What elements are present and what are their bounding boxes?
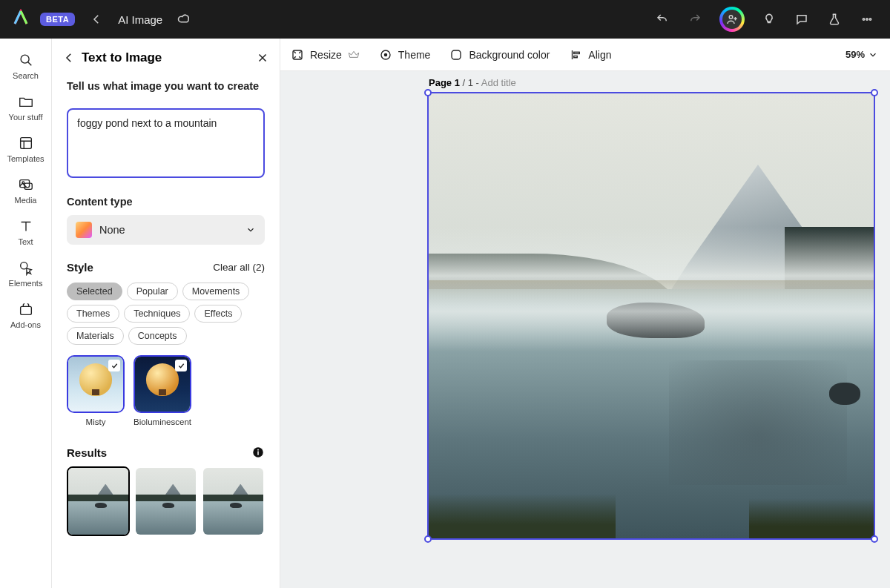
info-icon[interactable] [251, 446, 265, 459]
rail-elements[interactable]: Elements [0, 260, 51, 288]
svg-point-3 [869, 19, 871, 20]
result-thumb-3[interactable] [202, 466, 265, 536]
invite-avatar[interactable] [719, 7, 745, 32]
rail-search-label: Search [13, 71, 39, 80]
breadcrumb-ai-image: AI Image [118, 13, 162, 26]
zoom-value: 59% [846, 49, 865, 60]
content-type-icon [76, 222, 92, 238]
svg-rect-17 [452, 50, 461, 59]
text-to-image-panel: Text to Image Tell us what image you wan… [52, 39, 280, 588]
rail-templates-label: Templates [7, 154, 44, 163]
bgcolor-label: Background color [469, 49, 550, 61]
rail-media-label: Media [15, 196, 37, 205]
svg-rect-19 [574, 56, 578, 57]
content-type-select[interactable]: None [67, 215, 265, 245]
rail-your-stuff-label: Your stuff [9, 113, 43, 122]
content-type-label: Content type [67, 196, 265, 208]
resize-handle-br[interactable] [871, 535, 878, 543]
check-icon [175, 360, 187, 371]
chip-techniques[interactable]: Techniques [124, 305, 190, 323]
canvas-pane: Resize Theme Background color Align [280, 39, 890, 588]
chip-materials[interactable]: Materials [67, 327, 124, 345]
resize-handle-tr[interactable] [871, 89, 878, 96]
selected-artboard[interactable] [429, 93, 874, 538]
svg-point-4 [21, 55, 29, 63]
canvas-area[interactable]: Page 1 / 1 - Add title [280, 71, 890, 588]
rail-search[interactable]: Search [0, 52, 51, 80]
chip-concepts[interactable]: Concepts [128, 327, 187, 345]
add-user-icon [725, 13, 739, 26]
chevron-down-icon [245, 225, 256, 235]
result-thumb-2[interactable] [134, 466, 197, 536]
svg-rect-18 [574, 52, 580, 53]
rail-your-stuff[interactable]: Your stuff [0, 93, 51, 122]
theme-label: Theme [398, 49, 431, 61]
rail-addons[interactable]: Add-ons [0, 301, 51, 329]
resize-handle-bl[interactable] [424, 535, 432, 543]
rail-text[interactable]: Text [0, 218, 51, 246]
add-title-placeholder[interactable]: Add title [481, 77, 516, 88]
more-menu-button[interactable] [856, 8, 878, 30]
labs-button[interactable] [823, 8, 846, 30]
redo-button[interactable] [684, 8, 706, 30]
rail-templates[interactable]: Templates [0, 135, 51, 163]
chip-selected[interactable]: Selected [67, 283, 122, 300]
chevron-down-icon [868, 50, 878, 60]
theme-button[interactable]: Theme [379, 48, 431, 62]
top-bar: BETA AI Image [0, 0, 890, 39]
svg-rect-5 [20, 138, 31, 149]
back-button[interactable] [85, 8, 108, 30]
clear-all-link[interactable]: Clear all (2) [213, 262, 265, 273]
chip-movements[interactable]: Movements [182, 283, 250, 300]
check-icon [108, 360, 120, 371]
undo-button[interactable] [651, 8, 673, 30]
align-button[interactable]: Align [569, 48, 611, 62]
content-type-value: None [99, 224, 238, 236]
zoom-control[interactable]: 59% [846, 49, 880, 60]
ideas-button[interactable] [758, 8, 780, 30]
panel-back-icon[interactable] [62, 51, 76, 65]
rail-text-label: Text [18, 237, 33, 246]
svg-point-1 [863, 19, 864, 20]
beta-badge: BETA [40, 13, 75, 26]
premium-crown-icon [348, 49, 360, 61]
chip-effects[interactable]: Effects [194, 305, 242, 323]
results-label: Results [67, 446, 107, 459]
style-chip-group: Selected Popular Movements Themes Techni… [67, 283, 265, 345]
resize-button[interactable]: Resize [291, 48, 360, 62]
svg-point-0 [729, 16, 733, 19]
style-label: Style [67, 261, 93, 274]
app-logo[interactable] [12, 9, 30, 30]
panel-close-icon[interactable] [256, 51, 269, 65]
svg-point-13 [257, 449, 259, 451]
svg-point-2 [866, 19, 868, 20]
svg-rect-12 [257, 452, 259, 455]
resize-handle-tl[interactable] [424, 89, 432, 96]
page-sep: / 1 - [460, 77, 481, 88]
chip-themes[interactable]: Themes [67, 305, 119, 323]
rail-addons-label: Add-ons [10, 320, 41, 329]
page-number: Page 1 [429, 77, 460, 88]
rail-media[interactable]: Media [0, 176, 51, 205]
bgcolor-button[interactable]: Background color [449, 48, 550, 62]
prompt-input[interactable] [67, 108, 265, 178]
canvas-toolbar: Resize Theme Background color Align [280, 39, 890, 71]
result-thumb-1[interactable] [67, 466, 130, 536]
style-misty-label: Misty [86, 417, 106, 426]
page-label[interactable]: Page 1 / 1 - Add title [429, 77, 516, 88]
rail-elements-label: Elements [9, 279, 43, 288]
prompt-label: Tell us what image you want to create [67, 80, 265, 92]
align-label: Align [588, 49, 611, 61]
panel-title: Text to Image [82, 50, 250, 65]
svg-rect-10 [20, 306, 31, 314]
left-rail: Search Your stuff Templates Media Text E… [0, 39, 52, 588]
svg-point-16 [384, 53, 388, 56]
comments-button[interactable] [791, 8, 813, 30]
resize-label: Resize [310, 49, 342, 61]
cloud-sync-icon[interactable] [173, 8, 195, 30]
generated-image [429, 93, 874, 538]
style-misty[interactable]: Misty [67, 355, 125, 426]
chip-popular[interactable]: Popular [127, 283, 178, 300]
style-biolum-label: Bioluminescent [134, 417, 191, 426]
style-bioluminescent[interactable]: Bioluminescent [134, 355, 191, 426]
